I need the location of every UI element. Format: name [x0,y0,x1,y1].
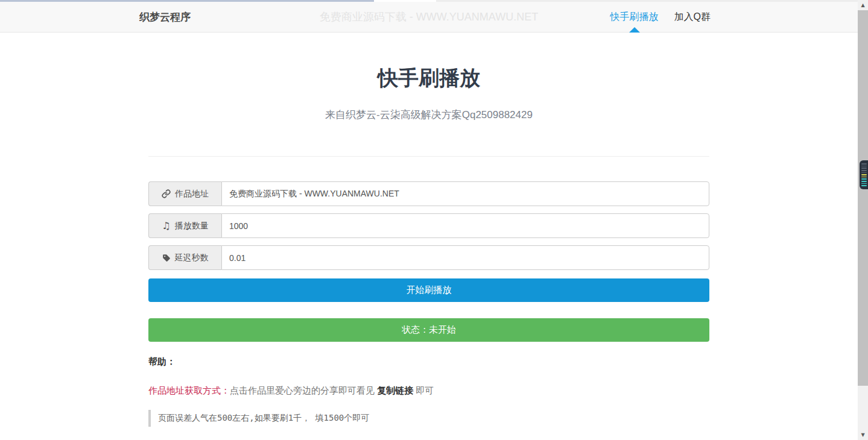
divider [148,156,709,157]
play-count-input[interactable] [221,213,709,238]
page-title: 快手刷播放 [148,67,709,89]
page-subtitle: 来自织梦云-云柒高级解决方案Qq2509882429 [148,108,709,122]
help-text: 点击作品里爱心旁边的分享即可看见 [230,385,377,395]
help-suffix: 即可 [413,385,434,395]
field-label-delay-seconds: 延迟秒数 [148,245,221,270]
main-content: 快手刷播放 来自织梦云-云柒高级解决方案Qq2509882429 作品地址 [0,33,858,427]
navbar: 织梦云程序 免费商业源码下载 - WWW.YUANMAWU.NET 快手刷播放 … [0,2,858,33]
field-label-play-count: ♫ 播放数量 [148,213,221,238]
help-strong: 复制链接 [377,385,413,395]
scrollbar-thumb[interactable] [858,10,868,386]
help-highlight: 作品地址获取方式 [148,385,221,395]
help-heading: 帮助： [148,356,709,368]
vertical-scrollbar[interactable]: ▲ ▼ [858,0,868,440]
delay-seconds-input[interactable] [221,245,709,270]
nav-item-join-qq-group[interactable]: 加入Q群 [667,2,718,32]
work-url-input[interactable] [221,181,709,206]
page-header: 快手刷播放 来自织梦云-云柒高级解决方案Qq2509882429 [148,33,709,122]
nav-menu: 快手刷播放 加入Q群 [603,2,718,32]
nav-item-label: 快手刷播放 [610,11,659,24]
brand-link[interactable]: 织梦云程序 [139,10,191,24]
field-label-text: 作品地址 [175,189,209,200]
field-label-work-url: 作品地址 [148,181,221,206]
form: 作品地址 ♫ 播放数量 [148,181,709,427]
navbar-watermark: 免费商业源码下载 - WWW.YUANMAWU.NET [320,10,538,24]
field-row-delay-seconds: 延迟秒数 [148,245,709,270]
start-playback-button[interactable]: 开始刷播放 [148,278,709,302]
browser-extension-handle[interactable] [860,160,868,189]
status-text: 状态：未开始 [402,324,456,336]
status-bar: 状态：未开始 [148,318,709,342]
help-line: 作品地址获取方式：点击作品里爱心旁边的分享即可看见 复制链接 即可 [148,385,709,397]
music-icon: ♫ [162,221,170,231]
nav-item-label: 加入Q群 [674,11,711,24]
scrollbar-down-arrow-icon[interactable]: ▼ [858,430,868,440]
help-separator: ： [221,385,230,395]
help-note-blockquote: 页面误差人气在500左右,如果要刷1千， 填1500个即可 [148,410,709,427]
link-icon [162,189,171,198]
field-row-play-count: ♫ 播放数量 [148,213,709,238]
field-label-text: 延迟秒数 [175,253,209,263]
tag-icon [162,254,171,262]
active-tab-caret-icon [629,27,640,33]
nav-item-kuaishou[interactable]: 快手刷播放 [603,2,667,32]
scrollbar-up-arrow-icon[interactable]: ▲ [858,0,868,10]
field-label-text: 播放数量 [175,221,209,231]
field-row-work-url: 作品地址 [148,181,709,206]
